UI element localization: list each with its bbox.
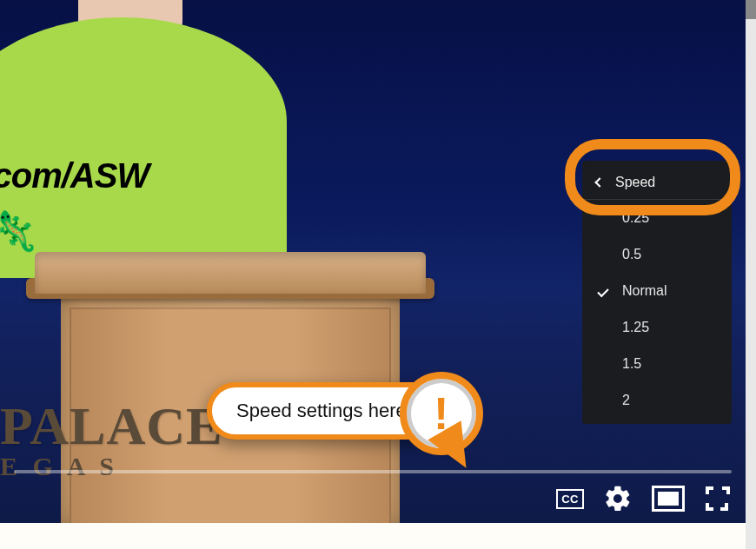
- captions-button[interactable]: CC: [556, 489, 584, 509]
- backdrop-title: PALACE: [0, 395, 222, 457]
- speed-option-1-5[interactable]: 1.5: [582, 346, 732, 382]
- speed-option-label: 0.5: [622, 247, 641, 262]
- lizard-graphic: 🦎: [0, 208, 39, 254]
- speed-option-2[interactable]: 2: [582, 382, 732, 419]
- annotation-callout: Speed settings here !: [207, 382, 464, 440]
- gear-icon: [603, 484, 633, 513]
- fullscreen-icon: [704, 485, 732, 513]
- speed-option-1-25[interactable]: 1.25: [582, 309, 732, 346]
- player-controls: CC: [0, 474, 746, 523]
- speed-option-0-5[interactable]: 0.5: [582, 236, 732, 273]
- shirt-text: la.com/ASW: [0, 156, 149, 195]
- progress-bar[interactable]: [14, 470, 732, 473]
- speed-option-label: 1.5: [622, 356, 641, 372]
- page-scrollbar-thumb[interactable]: [746, 0, 756, 19]
- annotation-highlight-ring: [565, 139, 740, 215]
- page-scrollbar-track[interactable]: [746, 0, 756, 549]
- theater-icon: [652, 486, 685, 512]
- svg-rect-1: [658, 492, 679, 506]
- annotation-text: Speed settings here: [236, 400, 407, 422]
- speed-option-normal[interactable]: Normal: [582, 273, 732, 309]
- cc-icon: CC: [556, 489, 584, 509]
- speed-option-label: Normal: [622, 283, 667, 299]
- fullscreen-button[interactable]: [704, 485, 732, 513]
- speed-option-label: 1.25: [622, 320, 649, 335]
- settings-button[interactable]: [603, 484, 633, 513]
- presenter: la.com/ASW 🦎: [0, 0, 304, 278]
- video-player[interactable]: la.com/ASW 🦎 PALACE E G A S Speed 0.25 0…: [0, 0, 746, 523]
- speed-option-label: 2: [622, 393, 630, 408]
- theater-mode-button[interactable]: [652, 486, 685, 512]
- check-icon: [596, 288, 610, 294]
- page-background: [0, 523, 746, 549]
